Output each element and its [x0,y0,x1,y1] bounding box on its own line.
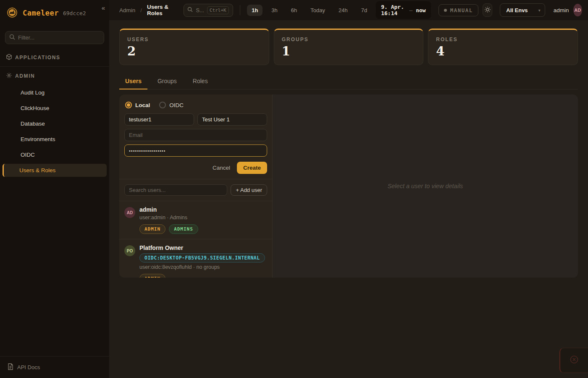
sidebar-item-clickhouse[interactable]: ClickHouse [3,102,107,115]
radio-selected-icon[interactable] [125,102,132,108]
user-badges: ADMIN ADMINS [139,224,198,234]
search-shortcut-badge: Ctrl+K [207,6,229,14]
auth-option-label: Local [135,102,150,108]
environment-selected-value: All Envs [506,7,528,13]
sidebar-filter[interactable] [5,31,104,44]
time-range-3h[interactable]: 3h [267,5,282,16]
camel-logo-icon [6,6,18,20]
auth-option-oidc[interactable]: OIDC [159,102,184,108]
time-range-1h[interactable]: 1h [247,5,262,16]
status-dot-icon [444,9,447,12]
tab-roles[interactable]: Roles [187,74,214,89]
display-name-field[interactable] [197,113,267,126]
user-list-column: Local OIDC Cance [119,94,273,278]
theme-toggle-button[interactable] [483,3,492,17]
tab-users[interactable]: Users [119,74,147,89]
sidebar-item-audit-log[interactable]: Audit Log [3,86,107,99]
user-detail-panel: Select a user to view details [273,94,578,278]
cancel-button[interactable]: Cancel [213,165,230,171]
sidebar-item-users-roles[interactable]: Users & Roles [3,164,107,177]
time-range-7d[interactable]: 7d [357,5,372,16]
password-field[interactable] [124,144,267,157]
breadcrumb-page: Users & Roles [147,4,174,16]
user-row-platform-owner[interactable]: PO Platform Owner OIDC:DESKTOP-FB5VGJ9.S… [119,239,272,278]
sidebar-item-database[interactable]: Database [3,117,107,130]
brand-version: 69dcce2 [63,10,86,16]
stat-label: USERS [127,37,261,42]
document-icon [8,363,13,371]
sidebar-section-label: APPLICATIONS [15,55,60,60]
brand-name: Cameleer [23,9,59,17]
user-avatar: PO [124,245,135,256]
close-circle-icon[interactable] [570,355,579,366]
time-range-24h[interactable]: 24h [334,5,352,16]
tab-groups[interactable]: Groups [152,74,183,89]
stat-label: GROUPS [282,37,416,42]
role-badge-admin: ADMIN [139,224,165,234]
empty-state-message: Select a user to view details [388,183,463,189]
dismissed-toast[interactable] [559,348,588,373]
sidebar-section-applications[interactable]: APPLICATIONS [0,48,109,66]
sidebar-collapse-button[interactable]: « [102,4,105,11]
users-panel: Local OIDC Cance [119,94,578,278]
role-badge-admin: ADMIN [139,274,165,278]
user-badges: ADMIN [139,274,265,278]
topbar-divider [240,5,240,15]
topbar: Admin / Users & Roles S... Ctrl+K 1h 3h … [109,0,588,20]
username-field[interactable] [124,113,194,126]
breadcrumb-separator: / [139,7,143,13]
sidebar-item-oidc[interactable]: OIDC [3,148,107,161]
add-user-button[interactable]: + Add user [231,184,267,196]
time-display[interactable]: 9. Apr. 16:14 – now [376,1,431,19]
user-name: admin [139,206,198,213]
gear-icon [6,72,12,80]
auth-option-label: OIDC [169,102,184,108]
sidebar-section-admin[interactable]: ADMIN [0,67,109,85]
sidebar-item-environments[interactable]: Environments [3,133,107,146]
form-actions: Cancel Create [124,162,267,174]
time-end: now [416,7,425,13]
sidebar-filter-input[interactable] [18,34,100,41]
stats-row: USERS 2 GROUPS 1 ROLES 4 [119,29,578,65]
time-range-6h[interactable]: 6h [286,5,302,16]
refresh-mode-button[interactable]: MANUAL [438,4,478,16]
email-field[interactable] [124,129,267,141]
sidebar-footer[interactable]: API Docs [0,356,109,378]
sidebar-header: Cameleer 69dcce2 « [0,0,109,25]
breadcrumb-section[interactable]: Admin [119,7,135,13]
user-list-toolbar: + Add user [119,179,272,201]
global-search-placeholder: S... [196,7,204,13]
group-badge-admins: ADMINS [169,224,198,234]
environment-select[interactable]: All Envs ▾ [500,3,545,17]
create-button[interactable]: Create [237,162,267,174]
sidebar-section-label: ADMIN [15,73,35,79]
tabs-row: Users Groups Roles [119,74,578,89]
sidebar: Cameleer 69dcce2 « APPLICATIONS ADMIN Au… [0,0,109,378]
search-users-input[interactable] [124,184,227,196]
radio-unselected-icon[interactable] [159,102,166,108]
stat-value: 2 [127,44,261,58]
auth-option-local[interactable]: Local [125,102,150,108]
current-user-name: admin [554,7,569,13]
user-avatar[interactable]: AD [573,4,582,16]
oidc-provider-badge: OIDC:DESKTOP-FB5VGJ9.SIEGELN.INTERNAL [139,253,265,262]
time-range-today[interactable]: Today [306,5,330,16]
time-separator: – [409,7,412,13]
search-icon [187,6,193,14]
user-avatar: AD [124,207,135,218]
search-icon [9,34,15,42]
chevron-down-icon: ▾ [538,8,541,13]
stat-value: 1 [282,44,416,58]
create-user-form: Local OIDC Cance [119,94,272,179]
time-start: 9. Apr. 16:14 [381,4,406,16]
main-content: USERS 2 GROUPS 1 ROLES 4 Users Groups Ro… [109,20,588,378]
refresh-mode-label: MANUAL [450,7,473,13]
stat-card-users: USERS 2 [119,29,269,65]
user-row-admin[interactable]: AD admin user:admin · Admins ADMIN ADMIN… [119,201,272,239]
user-meta: user:admin · Admins [139,215,198,220]
email-row [124,129,267,141]
stat-card-groups: GROUPS 1 [274,29,424,65]
global-search[interactable]: S... Ctrl+K [184,4,233,17]
api-docs-link[interactable]: API Docs [17,364,40,370]
name-fields-row [124,113,267,126]
